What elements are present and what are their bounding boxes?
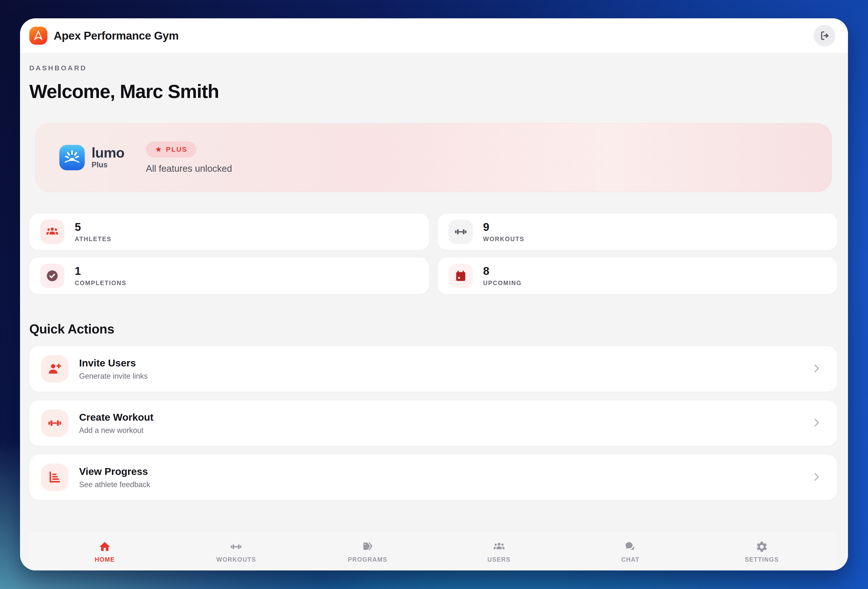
home-icon (98, 540, 111, 553)
chevron-right-icon (811, 363, 822, 375)
stat-value: 8 (483, 265, 522, 277)
nav-label: PROGRAMS (348, 556, 387, 563)
action-title: View Progress (79, 466, 150, 477)
stat-value: 9 (483, 221, 524, 232)
stat-label: WORKOUTS (483, 235, 524, 243)
action-title: Invite Users (79, 357, 148, 369)
action-create-workout[interactable]: Create Workout Add a new workout (29, 400, 837, 446)
stats-grid: 5 ATHLETES 9 (29, 213, 837, 294)
stat-card-completions: 1 COMPLETIONS (29, 258, 429, 294)
nav-item-programs[interactable]: PROGRAMS (345, 540, 390, 563)
app-window: Apex Performance Gym DASHBOARD Welcome, … (20, 18, 848, 570)
tags-icon (361, 540, 374, 553)
quick-actions-heading: Quick Actions (29, 321, 837, 336)
stat-label: ATHLETES (75, 235, 112, 243)
chevron-right-icon (811, 471, 822, 484)
logout-icon (819, 30, 830, 41)
desktop-background: Apex Performance Gym DASHBOARD Welcome, … (0, 0, 868, 589)
nav-item-chat[interactable]: CHAT (608, 540, 652, 563)
lumo-wordmark: lumo Plus (92, 146, 124, 169)
stat-label: COMPLETIONS (75, 280, 127, 287)
nav-label: HOME (95, 556, 115, 563)
nav-item-workouts[interactable]: WORKOUTS (214, 540, 258, 563)
check-circle-icon (40, 263, 65, 288)
people-icon (493, 540, 505, 553)
lumo-brand: lumo Plus (59, 145, 124, 170)
stat-card-upcoming: 8 UPCOMING (438, 258, 837, 294)
calendar-icon (449, 263, 473, 288)
nav-label: USERS (487, 556, 511, 563)
nav-label: CHAT (621, 556, 639, 563)
star-icon (155, 146, 162, 153)
page-title: Welcome, Marc Smith (29, 80, 837, 103)
action-view-progress[interactable]: View Progress See athlete feedback (29, 454, 837, 500)
banner-info: PLUS All features unlocked (146, 141, 232, 174)
logout-button[interactable] (814, 25, 835, 46)
dumbbell-icon (230, 540, 242, 553)
bottom-navigation: HOME WORKOUTS (29, 531, 837, 570)
stat-card-athletes: 5 ATHLETES (29, 213, 429, 250)
action-subtitle: Generate invite links (79, 372, 148, 380)
breadcrumb: DASHBOARD (29, 64, 837, 72)
chevron-right-icon (811, 417, 822, 429)
banner-message: All features unlocked (146, 163, 232, 174)
app-header: Apex Performance Gym (20, 18, 848, 53)
stat-card-workouts: 9 WORKOUTS (438, 213, 837, 250)
plus-badge: PLUS (146, 141, 196, 158)
stat-value: 1 (75, 265, 127, 277)
app-title: Apex Performance Gym (54, 29, 179, 42)
nav-item-users[interactable]: USERS (477, 540, 521, 563)
apex-logo-icon (29, 27, 47, 45)
chat-icon (624, 540, 637, 553)
nav-label: SETTINGS (745, 556, 779, 563)
brand: Apex Performance Gym (29, 27, 179, 45)
lumo-tier: Plus (92, 160, 124, 169)
dashboard-content: DASHBOARD Welcome, Marc Smith (20, 53, 848, 570)
dumbbell-icon (41, 410, 68, 437)
action-invite-users[interactable]: Invite Users Generate invite links (29, 346, 837, 392)
plus-subscription-banner: lumo Plus PLUS All features unlocked (35, 123, 832, 192)
action-subtitle: Add a new workout (79, 426, 154, 435)
action-title: Create Workout (79, 411, 154, 423)
nav-label: WORKOUTS (216, 556, 256, 563)
nav-item-settings[interactable]: SETTINGS (740, 540, 784, 563)
stat-label: UPCOMING (483, 280, 522, 287)
stat-value: 5 (75, 221, 112, 232)
bar-chart-icon (41, 464, 68, 491)
dumbbell-icon (449, 220, 473, 244)
people-icon (40, 220, 65, 244)
lumo-logo-icon (59, 145, 85, 170)
plus-badge-label: PLUS (166, 146, 188, 154)
nav-item-home[interactable]: HOME (83, 540, 127, 563)
gear-icon (756, 540, 768, 553)
person-add-icon (41, 355, 68, 383)
action-subtitle: See athlete feedback (79, 480, 150, 489)
lumo-name: lumo (92, 146, 124, 159)
